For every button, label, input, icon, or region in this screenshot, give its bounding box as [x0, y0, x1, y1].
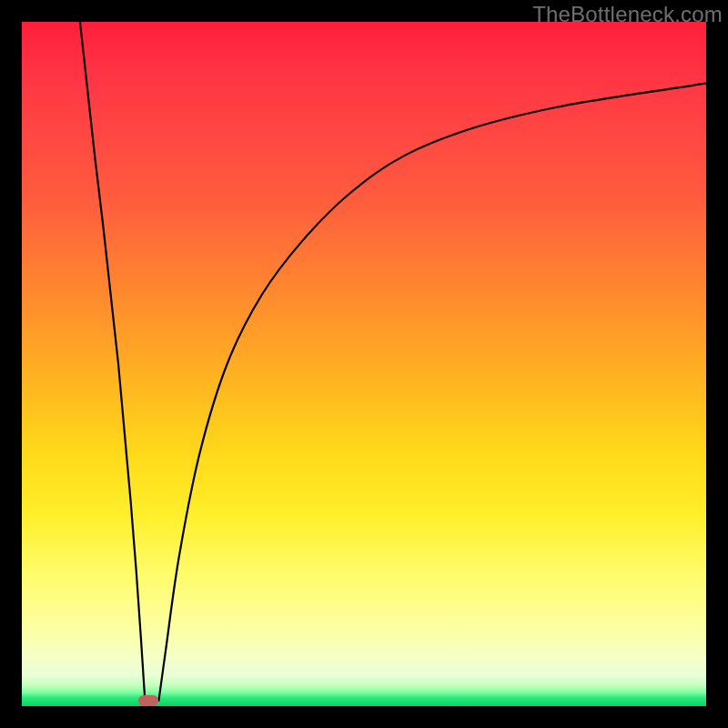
min-marker	[138, 695, 158, 706]
chart-frame: TheBottleneck.com	[0, 0, 728, 728]
attribution-text: TheBottleneck.com	[532, 2, 723, 27]
curve-layer	[22, 22, 706, 706]
right-branch-curve	[158, 84, 706, 701]
left-branch-curve	[80, 22, 145, 701]
plot-area	[22, 22, 706, 706]
